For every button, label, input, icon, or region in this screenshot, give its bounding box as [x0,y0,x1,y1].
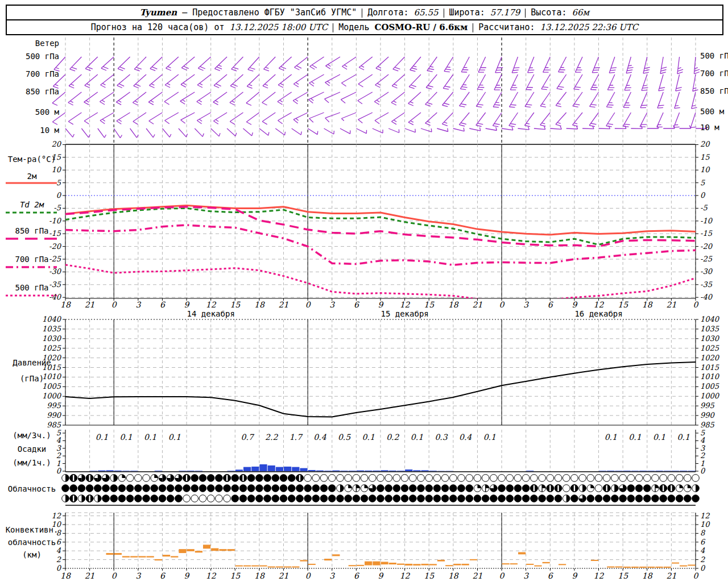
conv-cloud-bar [631,567,639,568]
conv-cloud-bar [365,562,372,566]
wind-barb [640,92,647,108]
wind-barb [325,92,340,103]
wind-barb [181,74,195,87]
header-text: 66м [572,7,590,18]
wind-barb [494,74,502,90]
wind-barb [101,57,114,70]
svg-text:-10: -10 [49,217,62,225]
precip-bar [639,471,647,471]
wind-barb [114,128,122,138]
wind-barb [84,92,98,105]
svg-text:1030: 1030 [42,334,62,343]
wind-barb [230,113,243,124]
wind-barb [214,74,227,88]
wind-barb [166,57,179,70]
svg-text:18: 18 [60,300,71,309]
conv-cloud-bar [462,564,469,566]
svg-text:3: 3 [329,571,335,580]
precip-bar [389,471,396,471]
conv-cloud-bar [510,563,518,564]
svg-text:1000: 1000 [700,392,720,400]
precip-bar [357,471,364,471]
svg-text:12: 12 [400,571,411,580]
wind-barb [195,128,204,136]
wind-barb [540,92,550,107]
conv-cloud-bar [559,564,566,565]
wind-barb [100,92,114,105]
svg-text:15 декабря: 15 декабря [380,309,428,318]
svg-text:21: 21 [85,300,95,309]
wind-barb [101,74,114,88]
pressure-title: Давление [2,358,61,367]
wind-barb [295,57,308,70]
wind-barb [70,57,82,71]
svg-text:9: 9 [572,571,577,580]
wind-barb [197,92,211,105]
precip-bar [421,470,429,471]
wind-barb [557,74,566,90]
svg-text:0.1: 0.1 [677,433,690,442]
svg-text:21: 21 [85,571,95,580]
header-row-station: Tyumen – Предоставлено ФГБУ "ЗапСиб УГМС… [7,6,722,19]
wind-barb [442,113,453,126]
wind-barb [293,113,308,123]
svg-text:20: 20 [51,140,61,148]
conv-cloud-bar [155,559,162,560]
pressure-line [65,362,696,417]
meteogram-chart: 500 гПа700 гПа850 гПа500 м10 м2020151510… [0,0,728,582]
svg-text:18: 18 [448,571,459,580]
svg-text:1035: 1035 [42,325,61,333]
conv-cloud-bar [664,567,671,568]
svg-text:985: 985 [47,421,61,429]
wind-barb [460,74,469,90]
wind-barb [663,126,675,128]
wind-barb [309,113,324,122]
precip-bar [195,471,202,471]
svg-text:995: 995 [700,401,715,410]
precip-bar [187,471,195,471]
svg-text:-20: -20 [700,242,713,251]
wind-barb [341,92,356,103]
svg-text:500 м: 500 м [700,107,725,116]
precip-bar [381,470,388,471]
wind-barb [408,113,421,125]
conv-units: (км) [2,550,61,559]
precip-units-3h: (мм/3ч.) [2,431,61,440]
wind-barb [525,92,534,107]
conv-cloud-bar [615,567,622,568]
conv-cloud-bar [607,567,614,568]
svg-text:12: 12 [594,571,605,580]
svg-text:-20: -20 [49,242,62,251]
conv-cloud-bar [672,563,679,564]
svg-text:6: 6 [160,571,166,580]
svg-text:18: 18 [60,571,71,580]
wind-barb [659,74,665,91]
wind-barb [134,57,146,71]
conv-cloud-bar [453,564,461,566]
precip-bar [300,468,307,471]
wind-barb [692,92,697,109]
wind-barb [215,57,228,70]
wind-barb [248,57,259,71]
precip-bar [672,471,679,471]
svg-text:0.4: 0.4 [313,433,326,442]
wind-barb [325,74,341,86]
wind-barb [197,74,211,88]
header-row-forecast: Прогноз на 120 часа(ов) от 13.12.2025 18… [7,19,722,34]
svg-text:0: 0 [700,467,706,475]
precip-bar [251,467,259,471]
header-text: Модель [338,22,374,32]
wind-barb [540,113,551,126]
wind-barb [626,57,633,73]
svg-text:-5: -5 [700,203,708,212]
conv-cloud-bar [268,567,275,568]
svg-text:10: 10 [700,520,710,529]
svg-text:0.1: 0.1 [362,433,375,442]
svg-text:6: 6 [548,571,553,580]
cloud-panel-title: Облачность [2,484,61,493]
conv-cloud-bar [122,556,130,557]
header: Tyumen – Предоставлено ФГБУ "ЗапСиб УГМС… [6,5,723,35]
wind-barb [375,113,388,124]
precip-bar [680,471,687,471]
svg-text:3: 3 [135,300,141,309]
